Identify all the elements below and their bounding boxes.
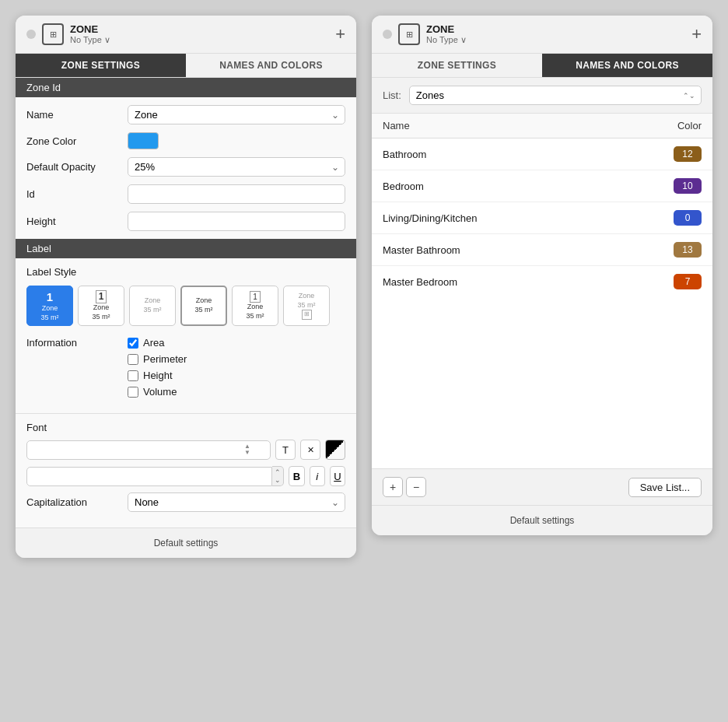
italic-button[interactable]: i	[310, 466, 325, 486]
row-name: Master Bathroom	[372, 234, 611, 266]
col-header-name: Name	[372, 114, 611, 138]
table-row[interactable]: Bedroom 10	[372, 170, 712, 202]
zone-icon-right: ⊞	[398, 23, 420, 45]
bottom-add-remove-btns: + −	[383, 477, 426, 497]
col-header-color: Color	[611, 114, 712, 138]
right-panel: ⊞ ZONE No Type ∨ + ZONE SETTINGS NAMES A…	[372, 16, 712, 535]
table-row[interactable]: Bathroom 12	[372, 138, 712, 170]
font-color-btn[interactable]	[325, 440, 345, 460]
label-style-1[interactable]: 1 Zone 35 m²	[26, 286, 73, 326]
capitalization-label: Capitalization	[26, 496, 128, 508]
label-style-4[interactable]: Zone 35 m²	[180, 286, 227, 326]
zone-color-swatch[interactable]	[128, 132, 159, 149]
label-style-5[interactable]: 1 Zone 35 m²	[232, 286, 278, 326]
font-name-input[interactable]: Helvetica	[26, 440, 271, 460]
right-bottom-bar: + − Save List...	[372, 468, 712, 505]
plus-button-right[interactable]: +	[691, 26, 702, 43]
zone-title-sub-right[interactable]: No Type ∨	[426, 35, 467, 45]
checkbox-volume-input[interactable]	[128, 387, 138, 398]
list-select[interactable]: Zones	[409, 86, 702, 105]
right-default-settings[interactable]: Default settings	[372, 505, 712, 535]
right-header-left: ⊞ ZONE No Type ∨	[383, 23, 467, 45]
font-T-btn[interactable]: T	[275, 440, 296, 460]
tab-zone-settings-left[interactable]: ZONE SETTINGS	[16, 54, 186, 77]
zone-title-sub-left[interactable]: No Type ∨	[70, 35, 110, 45]
default-opacity-label: Default Opacity	[26, 161, 128, 173]
information-label: Information	[26, 337, 128, 349]
window-close-right[interactable]	[383, 30, 392, 39]
left-panel-header: ⊞ ZONE No Type ∨ +	[16, 16, 356, 54]
row-name: Master Bedroom	[372, 266, 611, 298]
zone-id-header: Zone Id	[16, 78, 356, 97]
opacity-select[interactable]: 25%	[128, 157, 345, 177]
font-label: Font	[26, 422, 345, 433]
left-default-settings[interactable]: Default settings	[16, 527, 356, 558]
checkbox-height[interactable]: Height	[128, 370, 187, 381]
capitalization-select[interactable]: None	[128, 492, 345, 512]
label-style-row: Label Style	[26, 266, 345, 278]
row-color[interactable]: 10	[611, 170, 712, 202]
zone-title-main-right: ZONE	[426, 23, 467, 35]
font-size-arrow[interactable]: ⌃⌄	[272, 466, 284, 486]
left-panel: ⊞ ZONE No Type ∨ + ZONE SETTINGS NAMES A…	[16, 16, 356, 558]
label-style-3[interactable]: Zone 35 m²	[129, 286, 176, 326]
tab-names-colors-left[interactable]: NAMES AND COLORS	[186, 54, 356, 77]
table-row[interactable]: Living/Dining/Kitchen 0	[372, 202, 712, 234]
font-row1: Helvetica ▲▼ T ✕	[26, 440, 345, 460]
save-list-button[interactable]: Save List...	[628, 478, 702, 497]
height-control: 0.00 m	[128, 212, 345, 231]
zone-color-row: Zone Color	[26, 132, 345, 149]
checkbox-area-label: Area	[143, 337, 164, 349]
height-label: Height	[26, 216, 128, 227]
checkbox-area[interactable]: Area	[128, 337, 187, 349]
name-select[interactable]: Zone	[128, 105, 345, 124]
tab-zone-settings-right[interactable]: ZONE SETTINGS	[372, 54, 542, 77]
plus-button-left[interactable]: +	[335, 26, 345, 43]
font-size-input[interactable]: 12.00 pt	[26, 467, 272, 486]
checkbox-volume[interactable]: Volume	[128, 386, 187, 398]
label-style-options: 1 Zone 35 m² 1 Zone 35 m² Zone 35 m² Zon…	[26, 286, 345, 326]
font-section: Font Helvetica ▲▼ T ✕ 12.00 pt ⌃⌄ B i U …	[16, 413, 356, 527]
row-color[interactable]: 12	[611, 138, 712, 170]
tab-names-colors-right[interactable]: NAMES AND COLORS	[542, 54, 712, 77]
right-panel-header: ⊞ ZONE No Type ∨ +	[372, 16, 712, 54]
add-button[interactable]: +	[383, 477, 403, 497]
empty-space	[372, 297, 712, 468]
remove-button[interactable]: −	[406, 477, 426, 497]
height-input[interactable]: 0.00 m	[128, 212, 345, 231]
right-tab-bar: ZONE SETTINGS NAMES AND COLORS	[372, 54, 712, 78]
checkbox-perimeter-input[interactable]	[128, 354, 138, 365]
label-header: Label	[16, 239, 356, 258]
row-color[interactable]: 13	[611, 234, 712, 266]
underline-button[interactable]: U	[330, 466, 345, 486]
bold-button[interactable]: B	[289, 466, 304, 486]
opacity-select-wrapper: 25%	[128, 157, 345, 177]
window-close-left[interactable]	[26, 30, 36, 39]
checkbox-area-input[interactable]	[128, 338, 138, 349]
row-color[interactable]: 7	[611, 266, 712, 298]
names-table: Name Color Bathroom 12 Bedroom 10 Living…	[372, 114, 712, 297]
font-crosshair-btn[interactable]: ✕	[300, 440, 320, 460]
zone-title-main-left: ZONE	[70, 23, 110, 35]
label-style-2[interactable]: 1 Zone 35 m²	[78, 286, 124, 326]
font-arrows[interactable]: ▲▼	[244, 443, 250, 456]
list-select-wrapper: Zones	[409, 86, 702, 105]
checkbox-height-input[interactable]	[128, 370, 138, 381]
capitalization-select-wrapper: None	[128, 492, 345, 512]
label-style-label: Label Style	[26, 266, 128, 278]
zone-color-label: Zone Color	[26, 135, 128, 147]
id-label: Id	[26, 188, 128, 200]
zone-id-section: Name Zone Zone Color Default Opacity 25%	[16, 97, 356, 239]
id-control: 1	[128, 184, 345, 204]
checkbox-perimeter-label: Perimeter	[143, 353, 187, 365]
id-input[interactable]: 1	[128, 184, 345, 204]
checkbox-perimeter[interactable]: Perimeter	[128, 353, 187, 365]
table-row[interactable]: Master Bathroom 13	[372, 234, 712, 266]
table-row[interactable]: Master Bedroom 7	[372, 266, 712, 298]
row-color[interactable]: 0	[611, 202, 712, 234]
information-row: Information Area Perimeter Height Volume	[26, 337, 345, 398]
label-style-6[interactable]: Zone 35 m² ⊞	[283, 286, 330, 326]
left-header-left: ⊞ ZONE No Type ∨	[26, 23, 110, 45]
zone-color-control	[128, 132, 345, 149]
checkbox-volume-label: Volume	[143, 386, 177, 398]
